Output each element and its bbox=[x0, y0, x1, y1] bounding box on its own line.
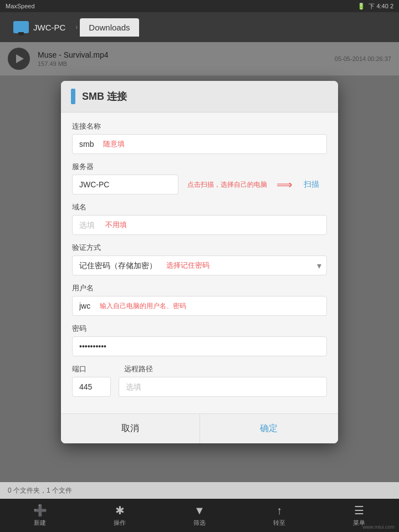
time-display: 下 4:40 2 bbox=[369, 2, 393, 11]
server-input[interactable] bbox=[72, 175, 178, 195]
connection-name-input[interactable] bbox=[72, 134, 327, 154]
modal-overlay: SMB 连接 连接名称 随意填 服务器 点击扫描，选择自 bbox=[0, 42, 399, 482]
goto-icon: ↑ bbox=[277, 504, 282, 517]
username-input[interactable] bbox=[72, 296, 327, 316]
nav-label-filter: 筛选 bbox=[193, 519, 206, 527]
filter-icon: ▼ bbox=[194, 504, 205, 517]
tab-downloads-label: Downloads bbox=[89, 23, 130, 32]
confirm-button[interactable]: 确定 bbox=[200, 414, 339, 443]
status-right: 🔋 下 4:40 2 bbox=[357, 2, 393, 11]
status-bar: MaxSpeed 🔋 下 4:40 2 bbox=[0, 0, 399, 12]
domain-group: 域名 不用填 bbox=[72, 202, 327, 235]
nav-item-ops[interactable]: ✱ 操作 bbox=[80, 504, 160, 527]
port-path-labels: 端口 远程路径 bbox=[72, 364, 327, 377]
new-icon: ➕ bbox=[33, 504, 47, 517]
port-label: 端口 bbox=[72, 364, 116, 374]
domain-input[interactable] bbox=[72, 215, 327, 235]
nav-label-goto: 转至 bbox=[273, 519, 285, 527]
nav-label-new: 新建 bbox=[34, 519, 46, 527]
main-area: Muse - Survival.mp4 157.49 MB 05-05-2014… bbox=[0, 42, 399, 482]
nav-label-ops: 操作 bbox=[114, 519, 126, 527]
app-name: MaxSpeed bbox=[6, 3, 35, 9]
scan-button[interactable]: 扫描 bbox=[296, 175, 327, 195]
domain-label: 域名 bbox=[72, 202, 327, 212]
battery-icon: 🔋 bbox=[357, 3, 365, 10]
cancel-button[interactable]: 取消 bbox=[61, 414, 200, 443]
username-group: 用户名 输入自己电脑的用户名、密码 bbox=[72, 283, 327, 316]
tab-bar: JWC-PC › Downloads bbox=[0, 12, 399, 42]
dialog-body: 连接名称 随意填 服务器 点击扫描，选择自己的电脑 ⟹ 扫描 bbox=[61, 112, 338, 413]
smb-dialog: SMB 连接 连接名称 随意填 服务器 点击扫描，选择自 bbox=[61, 81, 338, 443]
auth-label: 验证方式 bbox=[72, 243, 327, 253]
tab-device[interactable]: JWC-PC bbox=[6, 17, 73, 38]
bottom-info: 0 个文件夹，1 个文件 bbox=[0, 482, 399, 499]
dialog-footer: 取消 确定 bbox=[61, 413, 338, 443]
file-count-text: 0 个文件夹，1 个文件 bbox=[8, 486, 72, 495]
nav-item-menu[interactable]: ☰ 菜单 bbox=[319, 504, 399, 527]
remote-path-label: 远程路径 bbox=[124, 364, 327, 374]
dialog-accent bbox=[71, 89, 75, 104]
server-label: 服务器 bbox=[72, 162, 327, 172]
auth-select[interactable]: 记住密码（存储加密） 不记住密码 访客 bbox=[72, 255, 327, 275]
tab-separator: › bbox=[75, 23, 78, 31]
password-label: 密码 bbox=[72, 324, 327, 334]
port-input[interactable] bbox=[72, 377, 111, 397]
nav-item-goto[interactable]: ↑ 转至 bbox=[239, 504, 319, 527]
tab-device-label: JWC-PC bbox=[33, 23, 65, 32]
nav-item-filter[interactable]: ▼ 筛选 bbox=[160, 504, 239, 527]
server-group: 服务器 点击扫描，选择自己的电脑 ⟹ 扫描 bbox=[72, 162, 327, 195]
menu-icon: ☰ bbox=[354, 504, 364, 517]
footer-nav: ➕ 新建 ✱ 操作 ▼ 筛选 ↑ 转至 ☰ 菜单 www.miui.com bbox=[0, 499, 399, 532]
remote-path-input[interactable] bbox=[119, 377, 327, 397]
password-group: 密码 bbox=[72, 324, 327, 356]
tab-downloads[interactable]: Downloads bbox=[80, 18, 139, 37]
scan-arrow-icon: ⟹ bbox=[277, 178, 293, 191]
device-icon bbox=[13, 21, 29, 33]
auth-group: 验证方式 记住密码（存储加密） 不记住密码 访客 选择记住密码 bbox=[72, 243, 327, 275]
miui-logo: www.miui.com bbox=[362, 524, 395, 530]
connection-name-label: 连接名称 bbox=[72, 121, 327, 131]
server-hint: 点击扫描，选择自己的电脑 bbox=[182, 180, 274, 190]
connection-name-group: 连接名称 随意填 bbox=[72, 121, 327, 154]
dialog-title-bar: SMB 连接 bbox=[61, 81, 338, 112]
password-input[interactable] bbox=[72, 336, 327, 356]
username-label: 用户名 bbox=[72, 283, 327, 293]
port-path-inputs bbox=[72, 377, 327, 397]
nav-item-new[interactable]: ➕ 新建 bbox=[0, 504, 80, 527]
dialog-title: SMB 连接 bbox=[82, 90, 127, 103]
ops-icon: ✱ bbox=[115, 504, 125, 517]
port-path-group: 端口 远程路径 bbox=[72, 364, 327, 397]
